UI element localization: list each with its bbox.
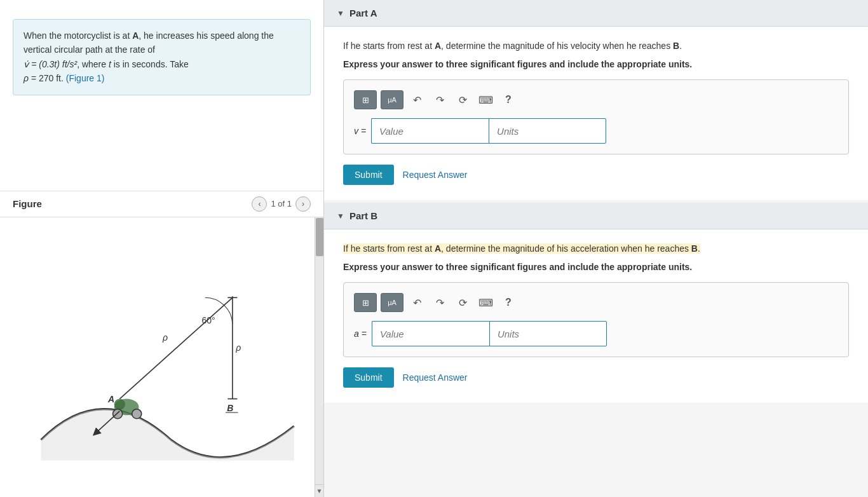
- figure-nav: ‹ 1 of 1 ›: [252, 196, 311, 212]
- mu-button-b[interactable]: μA: [381, 293, 403, 312]
- matrix-button-a[interactable]: ⊞: [354, 90, 377, 109]
- figure-svg: 60° ρ ρ B A: [0, 217, 315, 484]
- part-a-answer-box: ⊞ μA ↶ ↷ ⟳ ⌨ ? v =: [343, 79, 849, 154]
- part-b-question-highlight: If he starts from rest at A, determine t…: [343, 243, 700, 254]
- part-a-units-input[interactable]: [489, 118, 606, 144]
- part-b-value-input[interactable]: [372, 321, 489, 346]
- undo-button-a[interactable]: ↶: [407, 90, 426, 109]
- part-a-question: If he starts from rest at A, determine t…: [343, 39, 849, 53]
- scroll-thumb[interactable]: [316, 218, 323, 256]
- refresh-button-a[interactable]: ⟳: [453, 90, 472, 109]
- help-button-a[interactable]: ?: [499, 90, 518, 109]
- svg-text:A: A: [107, 393, 114, 404]
- mu-button-a[interactable]: μA: [381, 90, 403, 109]
- left-panel: When the motorcyclist is at A, he increa…: [0, 0, 324, 497]
- part-b-units-input[interactable]: [489, 321, 607, 346]
- part-a-header: ▼ Part A: [324, 0, 868, 27]
- part-b-question: If he starts from rest at A, determine t…: [343, 242, 849, 255]
- svg-point-11: [113, 409, 123, 418]
- part-a-submit-button[interactable]: Submit: [343, 165, 394, 185]
- svg-text:ρ: ρ: [162, 332, 168, 343]
- mu-icon-a: μA: [388, 96, 397, 104]
- part-a-actions: Submit Request Answer: [343, 165, 849, 185]
- part-a-content: If he starts from rest at A, determine t…: [324, 27, 868, 200]
- part-a-value-input[interactable]: [371, 118, 489, 144]
- help-button-b[interactable]: ?: [499, 293, 518, 312]
- problem-box: When the motorcyclist is at A, he increa…: [13, 19, 311, 95]
- part-b-actions: Submit Request Answer: [343, 367, 849, 388]
- figure-image-area: 60° ρ ρ B A: [0, 217, 315, 484]
- undo-button-b[interactable]: ↶: [407, 293, 426, 312]
- keyboard-button-a[interactable]: ⌨: [476, 90, 495, 109]
- page-indicator: 1 of 1: [271, 199, 292, 208]
- part-a-section: ▼ Part A If he starts from rest at A, de…: [324, 0, 868, 200]
- part-b-header: ▼ Part B: [324, 203, 868, 229]
- part-b-request-link[interactable]: Request Answer: [403, 372, 468, 383]
- matrix-button-b[interactable]: ⊞: [354, 293, 377, 312]
- right-panel: ▼ Part A If he starts from rest at A, de…: [324, 0, 868, 497]
- prev-figure-button[interactable]: ‹: [252, 196, 267, 212]
- part-b-content: If he starts from rest at A, determine t…: [324, 229, 868, 403]
- part-b-instruction: Express your answer to three significant…: [343, 262, 849, 272]
- figure-scrollbar[interactable]: [315, 217, 323, 484]
- part-a-label: v =: [354, 126, 366, 136]
- part-b-label: a =: [354, 329, 367, 339]
- problem-text: When the motorcyclist is at A, he increa…: [24, 29, 300, 86]
- part-b-answer-box: ⊞ μA ↶ ↷ ⟳ ⌨ ? a =: [343, 282, 849, 357]
- part-a-title: Part A: [349, 8, 377, 18]
- figure-link[interactable]: (Figure 1): [66, 73, 105, 83]
- part-b-submit-button[interactable]: Submit: [343, 367, 394, 388]
- figure-container: 60° ρ ρ B A: [0, 217, 323, 497]
- part-a-collapse-icon[interactable]: ▼: [337, 9, 344, 18]
- part-a-request-link[interactable]: Request Answer: [403, 170, 468, 180]
- svg-text:B: B: [227, 402, 233, 412]
- part-b-collapse-icon[interactable]: ▼: [337, 212, 344, 221]
- figure-header: Figure ‹ 1 of 1 ›: [0, 191, 323, 217]
- svg-point-12: [132, 409, 142, 418]
- part-b-toolbar: ⊞ μA ↶ ↷ ⟳ ⌨ ?: [354, 293, 838, 312]
- svg-text:60°: 60°: [201, 315, 215, 325]
- svg-line-3: [119, 297, 233, 398]
- matrix-icon-a: ⊞: [362, 95, 369, 105]
- next-figure-button[interactable]: ›: [295, 196, 311, 212]
- redo-button-a[interactable]: ↷: [430, 90, 449, 109]
- part-a-input-row: v =: [354, 118, 838, 144]
- part-a-instruction: Express your answer to three significant…: [343, 59, 849, 69]
- figure-title: Figure: [13, 198, 252, 209]
- scroll-down-arrow[interactable]: ▼: [315, 484, 323, 497]
- refresh-button-b[interactable]: ⟳: [453, 293, 472, 312]
- matrix-icon-b: ⊞: [362, 298, 369, 308]
- part-a-toolbar: ⊞ μA ↶ ↷ ⟳ ⌨ ?: [354, 90, 838, 109]
- redo-button-b[interactable]: ↷: [430, 293, 449, 312]
- part-b-title: Part B: [349, 210, 377, 221]
- svg-text:ρ: ρ: [235, 343, 241, 353]
- mu-icon-b: μA: [388, 299, 397, 306]
- part-b-input-row: a =: [354, 321, 838, 346]
- keyboard-button-b[interactable]: ⌨: [476, 293, 495, 312]
- svg-point-10: [114, 398, 125, 409]
- part-b-section: ▼ Part B If he starts from rest at A, de…: [324, 203, 868, 403]
